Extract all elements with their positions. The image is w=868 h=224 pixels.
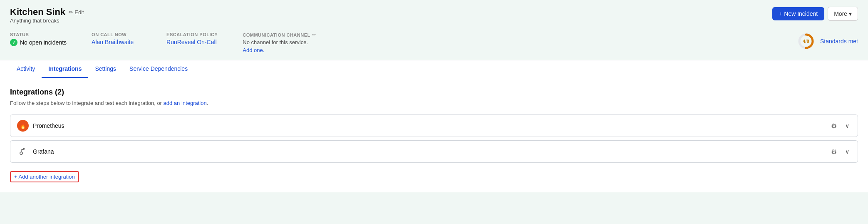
comm-label: COMMUNICATION CHANNEL (243, 32, 310, 37)
prometheus-expand-button[interactable]: ∨ (843, 121, 851, 131)
status-item: STATUS ✓ No open incidents (10, 32, 67, 46)
header-top: Kitchen Sink ✏ Edit Anything that breaks… (10, 7, 858, 30)
escalation-label: ESCALATION POLICY (166, 32, 218, 37)
integration-actions-prometheus: ⚙ ∨ (829, 120, 851, 132)
oncall-item: ON CALL NOW Alan Braithwaite (92, 32, 141, 45)
tabs-container: Activity Integrations Settings Service D… (0, 60, 868, 78)
integration-left-prometheus: 🔥 Prometheus (17, 120, 64, 132)
integration-name-prometheus: Prometheus (33, 122, 64, 129)
prometheus-icon: 🔥 (17, 120, 29, 132)
integration-item-grafana: Grafana ⚙ ∨ (10, 140, 858, 163)
standards-score: 4/8 (803, 39, 809, 44)
page-container: Kitchen Sink ✏ Edit Anything that breaks… (0, 0, 868, 224)
title-area: Kitchen Sink ✏ Edit Anything that breaks (10, 7, 84, 30)
integration-list: 🔥 Prometheus ⚙ ∨ (10, 114, 858, 163)
comm-channel-item: COMMUNICATION CHANNEL ✏ No channel for t… (243, 32, 326, 53)
integration-name-grafana: Grafana (33, 148, 54, 155)
integration-left-grafana: Grafana (17, 146, 54, 157)
section-desc: Follow the steps below to integrate and … (10, 100, 858, 106)
title-row: Kitchen Sink ✏ Edit (10, 7, 84, 17)
prometheus-settings-button[interactable]: ⚙ (829, 120, 838, 132)
tab-activity[interactable]: Activity (10, 60, 42, 78)
escalation-item: ESCALATION POLICY RunReveal On-Call (166, 32, 218, 45)
edit-channel-icon[interactable]: ✏ (312, 32, 316, 37)
status-label: STATUS (10, 32, 67, 37)
section-title: Integrations (2) (10, 88, 858, 97)
grafana-svg (18, 147, 28, 157)
add-channel-link[interactable]: Add one. (243, 47, 326, 53)
integration-actions-grafana: ⚙ ∨ (829, 146, 851, 157)
oncall-value[interactable]: Alan Braithwaite (92, 39, 141, 45)
tabs-nav: Activity Integrations Settings Service D… (10, 60, 858, 78)
more-button[interactable]: More ▾ (828, 7, 858, 21)
page-title: Kitchen Sink (10, 7, 65, 17)
integration-item-prometheus: 🔥 Prometheus ⚙ ∨ (10, 114, 858, 137)
grafana-expand-button[interactable]: ∨ (843, 147, 851, 157)
oncall-label: ON CALL NOW (92, 32, 141, 37)
new-incident-button[interactable]: + New Incident (772, 7, 824, 20)
status-value: ✓ No open incidents (10, 39, 67, 46)
add-another-integration-button[interactable]: + Add another integration (10, 171, 79, 182)
grafana-settings-button[interactable]: ⚙ (829, 146, 838, 157)
subtitle: Anything that breaks (10, 17, 84, 24)
standards-section: 4/8 Standards met (797, 32, 858, 50)
section-desc-before: Follow the steps below to integrate and … (10, 100, 164, 106)
tab-service-dependencies[interactable]: Service Dependencies (123, 60, 194, 78)
header: Kitchen Sink ✏ Edit Anything that breaks… (0, 0, 868, 60)
grafana-icon (17, 146, 29, 157)
section-desc-after: . (207, 100, 208, 106)
standards-met-link[interactable]: Standards met (820, 38, 858, 45)
svg-point-2 (20, 152, 22, 154)
status-text: No open incidents (20, 39, 67, 46)
status-icon: ✓ (10, 39, 17, 46)
add-integration-link[interactable]: add an integration (164, 100, 207, 106)
comm-channel-label-row: COMMUNICATION CHANNEL ✏ (243, 32, 326, 37)
edit-link[interactable]: ✏ Edit (69, 9, 84, 15)
tab-integrations[interactable]: Integrations (42, 60, 88, 78)
meta-row: STATUS ✓ No open incidents ON CALL NOW A… (10, 32, 858, 60)
pencil-icon: ✏ (69, 9, 73, 15)
main-content: Integrations (2) Follow the steps below … (0, 78, 868, 192)
donut-chart: 4/8 (797, 32, 815, 50)
header-actions: + New Incident More ▾ (772, 7, 858, 21)
tab-settings[interactable]: Settings (88, 60, 123, 78)
comm-no-channel: No channel for this service. (243, 39, 326, 45)
escalation-value[interactable]: RunReveal On-Call (166, 39, 218, 45)
